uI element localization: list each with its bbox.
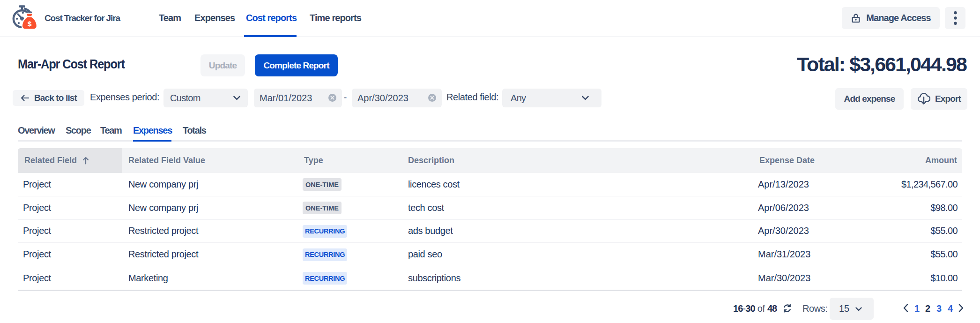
svg-text:$: $ [28, 20, 32, 28]
